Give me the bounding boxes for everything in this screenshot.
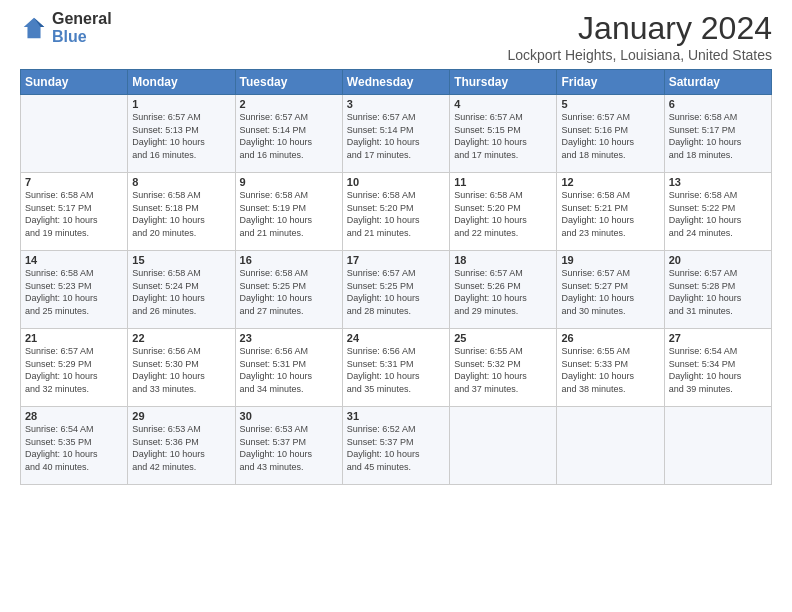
day-number: 24 [347, 332, 445, 344]
day-info: Sunrise: 6:57 AMSunset: 5:16 PMDaylight:… [561, 111, 659, 161]
logo-text: General Blue [52, 10, 112, 45]
day-number: 30 [240, 410, 338, 422]
calendar-cell: 25Sunrise: 6:55 AMSunset: 5:32 PMDayligh… [450, 329, 557, 407]
header-row: Sunday Monday Tuesday Wednesday Thursday… [21, 70, 772, 95]
calendar-cell: 6Sunrise: 6:58 AMSunset: 5:17 PMDaylight… [664, 95, 771, 173]
day-number: 12 [561, 176, 659, 188]
day-number: 20 [669, 254, 767, 266]
day-number: 15 [132, 254, 230, 266]
day-info: Sunrise: 6:57 AMSunset: 5:26 PMDaylight:… [454, 267, 552, 317]
calendar-cell [664, 407, 771, 485]
col-saturday: Saturday [664, 70, 771, 95]
col-thursday: Thursday [450, 70, 557, 95]
calendar-cell: 9Sunrise: 6:58 AMSunset: 5:19 PMDaylight… [235, 173, 342, 251]
calendar-cell: 20Sunrise: 6:57 AMSunset: 5:28 PMDayligh… [664, 251, 771, 329]
calendar-row-2: 7Sunrise: 6:58 AMSunset: 5:17 PMDaylight… [21, 173, 772, 251]
day-info: Sunrise: 6:57 AMSunset: 5:25 PMDaylight:… [347, 267, 445, 317]
calendar-row-1: 1Sunrise: 6:57 AMSunset: 5:13 PMDaylight… [21, 95, 772, 173]
day-number: 16 [240, 254, 338, 266]
day-info: Sunrise: 6:52 AMSunset: 5:37 PMDaylight:… [347, 423, 445, 473]
header: General Blue January 2024 Lockport Heigh… [20, 10, 772, 63]
calendar-cell: 5Sunrise: 6:57 AMSunset: 5:16 PMDaylight… [557, 95, 664, 173]
calendar-cell: 21Sunrise: 6:57 AMSunset: 5:29 PMDayligh… [21, 329, 128, 407]
calendar-table: Sunday Monday Tuesday Wednesday Thursday… [20, 69, 772, 485]
calendar-cell: 24Sunrise: 6:56 AMSunset: 5:31 PMDayligh… [342, 329, 449, 407]
day-info: Sunrise: 6:58 AMSunset: 5:17 PMDaylight:… [669, 111, 767, 161]
calendar-row-5: 28Sunrise: 6:54 AMSunset: 5:35 PMDayligh… [21, 407, 772, 485]
calendar-cell: 4Sunrise: 6:57 AMSunset: 5:15 PMDaylight… [450, 95, 557, 173]
col-wednesday: Wednesday [342, 70, 449, 95]
day-info: Sunrise: 6:56 AMSunset: 5:30 PMDaylight:… [132, 345, 230, 395]
day-info: Sunrise: 6:57 AMSunset: 5:29 PMDaylight:… [25, 345, 123, 395]
day-info: Sunrise: 6:53 AMSunset: 5:37 PMDaylight:… [240, 423, 338, 473]
calendar-cell: 1Sunrise: 6:57 AMSunset: 5:13 PMDaylight… [128, 95, 235, 173]
day-number: 28 [25, 410, 123, 422]
day-number: 7 [25, 176, 123, 188]
calendar-cell: 13Sunrise: 6:58 AMSunset: 5:22 PMDayligh… [664, 173, 771, 251]
day-number: 27 [669, 332, 767, 344]
calendar-cell: 18Sunrise: 6:57 AMSunset: 5:26 PMDayligh… [450, 251, 557, 329]
col-monday: Monday [128, 70, 235, 95]
day-number: 26 [561, 332, 659, 344]
day-info: Sunrise: 6:57 AMSunset: 5:14 PMDaylight:… [347, 111, 445, 161]
calendar-cell: 8Sunrise: 6:58 AMSunset: 5:18 PMDaylight… [128, 173, 235, 251]
day-info: Sunrise: 6:58 AMSunset: 5:19 PMDaylight:… [240, 189, 338, 239]
logo-icon [20, 14, 48, 42]
day-number: 5 [561, 98, 659, 110]
day-info: Sunrise: 6:58 AMSunset: 5:17 PMDaylight:… [25, 189, 123, 239]
calendar-cell [557, 407, 664, 485]
day-number: 29 [132, 410, 230, 422]
day-info: Sunrise: 6:58 AMSunset: 5:20 PMDaylight:… [454, 189, 552, 239]
calendar-cell: 17Sunrise: 6:57 AMSunset: 5:25 PMDayligh… [342, 251, 449, 329]
day-info: Sunrise: 6:55 AMSunset: 5:33 PMDaylight:… [561, 345, 659, 395]
calendar-cell: 16Sunrise: 6:58 AMSunset: 5:25 PMDayligh… [235, 251, 342, 329]
day-info: Sunrise: 6:58 AMSunset: 5:24 PMDaylight:… [132, 267, 230, 317]
day-info: Sunrise: 6:58 AMSunset: 5:20 PMDaylight:… [347, 189, 445, 239]
day-number: 2 [240, 98, 338, 110]
calendar-cell: 11Sunrise: 6:58 AMSunset: 5:20 PMDayligh… [450, 173, 557, 251]
day-info: Sunrise: 6:55 AMSunset: 5:32 PMDaylight:… [454, 345, 552, 395]
calendar-row-4: 21Sunrise: 6:57 AMSunset: 5:29 PMDayligh… [21, 329, 772, 407]
svg-marker-0 [24, 17, 45, 38]
day-info: Sunrise: 6:57 AMSunset: 5:28 PMDaylight:… [669, 267, 767, 317]
calendar-body: 1Sunrise: 6:57 AMSunset: 5:13 PMDaylight… [21, 95, 772, 485]
day-number: 21 [25, 332, 123, 344]
location: Lockport Heights, Louisiana, United Stat… [507, 47, 772, 63]
day-number: 14 [25, 254, 123, 266]
calendar-cell: 3Sunrise: 6:57 AMSunset: 5:14 PMDaylight… [342, 95, 449, 173]
calendar-cell: 27Sunrise: 6:54 AMSunset: 5:34 PMDayligh… [664, 329, 771, 407]
day-info: Sunrise: 6:54 AMSunset: 5:35 PMDaylight:… [25, 423, 123, 473]
calendar-row-3: 14Sunrise: 6:58 AMSunset: 5:23 PMDayligh… [21, 251, 772, 329]
title-block: January 2024 Lockport Heights, Louisiana… [507, 10, 772, 63]
day-info: Sunrise: 6:56 AMSunset: 5:31 PMDaylight:… [240, 345, 338, 395]
calendar-cell [21, 95, 128, 173]
day-number: 9 [240, 176, 338, 188]
day-info: Sunrise: 6:54 AMSunset: 5:34 PMDaylight:… [669, 345, 767, 395]
day-info: Sunrise: 6:53 AMSunset: 5:36 PMDaylight:… [132, 423, 230, 473]
logo-general-label: General [52, 10, 112, 28]
day-info: Sunrise: 6:58 AMSunset: 5:23 PMDaylight:… [25, 267, 123, 317]
calendar-cell: 28Sunrise: 6:54 AMSunset: 5:35 PMDayligh… [21, 407, 128, 485]
calendar-cell: 23Sunrise: 6:56 AMSunset: 5:31 PMDayligh… [235, 329, 342, 407]
day-info: Sunrise: 6:57 AMSunset: 5:14 PMDaylight:… [240, 111, 338, 161]
month-title: January 2024 [507, 10, 772, 47]
calendar-cell: 12Sunrise: 6:58 AMSunset: 5:21 PMDayligh… [557, 173, 664, 251]
calendar-cell: 29Sunrise: 6:53 AMSunset: 5:36 PMDayligh… [128, 407, 235, 485]
day-number: 13 [669, 176, 767, 188]
day-info: Sunrise: 6:58 AMSunset: 5:22 PMDaylight:… [669, 189, 767, 239]
day-number: 19 [561, 254, 659, 266]
day-info: Sunrise: 6:57 AMSunset: 5:27 PMDaylight:… [561, 267, 659, 317]
col-sunday: Sunday [21, 70, 128, 95]
day-number: 1 [132, 98, 230, 110]
logo: General Blue [20, 10, 112, 45]
day-number: 31 [347, 410, 445, 422]
calendar-cell: 14Sunrise: 6:58 AMSunset: 5:23 PMDayligh… [21, 251, 128, 329]
day-info: Sunrise: 6:58 AMSunset: 5:21 PMDaylight:… [561, 189, 659, 239]
calendar-cell: 15Sunrise: 6:58 AMSunset: 5:24 PMDayligh… [128, 251, 235, 329]
logo-blue-label: Blue [52, 28, 112, 46]
day-number: 4 [454, 98, 552, 110]
day-number: 18 [454, 254, 552, 266]
day-number: 8 [132, 176, 230, 188]
day-number: 11 [454, 176, 552, 188]
calendar-cell: 31Sunrise: 6:52 AMSunset: 5:37 PMDayligh… [342, 407, 449, 485]
